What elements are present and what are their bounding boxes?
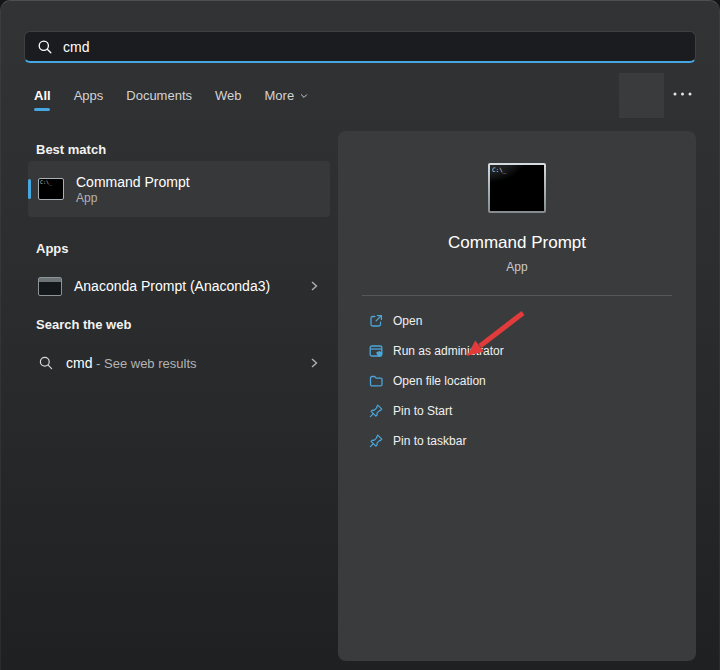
tab-label: Documents <box>126 88 192 103</box>
result-title: Anaconda Prompt (Anaconda3) <box>74 277 270 295</box>
tab-all[interactable]: All <box>34 88 51 111</box>
action-label: Open <box>393 314 422 328</box>
result-best-match-command-prompt[interactable]: Command Prompt App <box>28 161 330 217</box>
chevron-right-icon[interactable] <box>308 357 320 369</box>
options-button[interactable] <box>668 86 696 102</box>
pin-icon <box>368 433 384 449</box>
tab-web[interactable]: Web <box>215 88 242 111</box>
annotation-arrow <box>455 303 535 363</box>
preview-pane: Command Prompt App Open <box>338 131 696 661</box>
tab-label: More <box>265 88 295 103</box>
result-text: cmd - See web results <box>66 354 197 372</box>
action-pin-to-start[interactable]: Pin to Start <box>368 396 696 426</box>
hover-highlight-tile <box>619 73 664 118</box>
result-subtitle: App <box>76 191 190 206</box>
result-text: Command Prompt App <box>76 173 190 206</box>
tab-label: Web <box>215 88 242 103</box>
action-label: Open file location <box>393 374 486 388</box>
result-title: Command Prompt <box>76 173 190 191</box>
chevron-down-icon <box>299 91 309 101</box>
terminal-icon <box>38 277 62 296</box>
search-box[interactable] <box>24 31 696 63</box>
filter-tabs: All Apps Documents Web More <box>34 88 309 111</box>
selection-accent-bar <box>28 179 31 199</box>
search-icon <box>37 39 53 55</box>
terminal-screen <box>490 165 544 211</box>
action-label: Pin to Start <box>393 404 452 418</box>
tab-label: All <box>34 88 51 103</box>
tab-apps[interactable]: Apps <box>74 88 104 111</box>
run-as-admin-icon <box>368 343 384 359</box>
command-prompt-icon-large <box>488 163 546 213</box>
web-query: cmd <box>66 355 92 371</box>
preview-subtitle: App <box>506 260 527 274</box>
tab-label: Apps <box>74 88 104 103</box>
active-tab-indicator <box>34 108 50 111</box>
folder-icon <box>368 373 384 389</box>
ellipsis-icon <box>672 91 693 97</box>
pin-icon <box>368 403 384 419</box>
chevron-right-icon[interactable] <box>308 280 320 292</box>
web-suffix: - See web results <box>92 356 196 371</box>
tab-documents[interactable]: Documents <box>126 88 192 111</box>
divider <box>362 295 672 296</box>
action-open-file-location[interactable]: Open file location <box>368 366 696 396</box>
action-label: Pin to taskbar <box>393 434 466 448</box>
section-header-search-web: Search the web <box>36 317 131 332</box>
result-web-search-cmd[interactable]: cmd - See web results <box>28 344 330 382</box>
action-pin-to-taskbar[interactable]: Pin to taskbar <box>368 426 696 456</box>
section-header-best-match: Best match <box>36 142 106 157</box>
open-external-icon <box>368 313 384 329</box>
magnifier-icon <box>38 355 54 371</box>
command-prompt-icon <box>38 178 64 200</box>
search-input[interactable] <box>63 39 683 55</box>
result-anaconda-prompt[interactable]: Anaconda Prompt (Anaconda3) <box>28 266 330 306</box>
preview-title: Command Prompt <box>448 233 586 253</box>
tab-more[interactable]: More <box>265 88 310 111</box>
section-header-apps: Apps <box>36 241 69 256</box>
search-flyout: All Apps Documents Web More <box>0 0 720 670</box>
